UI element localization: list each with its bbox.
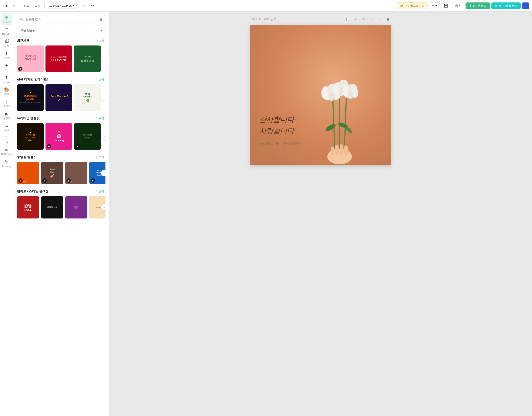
section-pop-art-header: 팝아트 / 스타일 콜섹션 더보기 › [17,189,105,194]
qr-label: QR/바코드 [1,152,12,156]
template-filter-dropdown[interactable]: 모든 템플릿 ▾ [17,26,105,34]
background-label: 배경 [4,129,9,132]
photos-label: 사진 [4,45,9,48]
premium-next-button[interactable]: › [101,133,105,140]
page-delete-button[interactable]: 🗑 [385,16,391,22]
video-more-icon: › [104,156,105,159]
template-card-vt3[interactable]: Playlist ▶ [65,162,87,184]
template-card-rc1[interactable]: 감사합니다사랑합니다 🌸 4 [17,46,44,72]
canvas-sub-text: 늘 받아만한 사랑, 처음 여 달할게요. [259,142,351,145]
section-recent: 최근사용 더보기 › 감사합니다사랑합니다 🌸 4 부모님과 함께하는1+1 E… [17,39,105,72]
template-filter-arrow-icon: ▾ [100,28,102,32]
text-label: 텍스트 [3,81,10,84]
sidebar-item-upload[interactable]: ⬆ 업로드 [1,49,12,61]
qr-icon: ⊞ [5,148,8,152]
template-card-pm2[interactable]: ⭐ 🌸 나의 마이날 ▶ [46,123,72,150]
page-note-button[interactable]: 📋 [344,16,351,22]
template-badge-rc1: 4 [18,67,22,71]
template-card-pm3[interactable]: GREEN ⊗ ECO ▶ [74,123,101,150]
sidebar-item-photos[interactable]: 🖼 사진 [1,38,12,49]
workspace-icon: ◻ [5,27,9,32]
search-bar: 🔍 ⊟ [17,15,105,23]
new-design-next-button[interactable]: › [101,95,105,101]
template-card-pm1[interactable]: ⭐ CITRUS SMOOTHIE 25% [17,123,44,150]
canvas-image: 감사합니다사랑합니다 늘 받아만한 사랑, 처음 여 달할게요. [250,25,391,165]
filter-button[interactable]: ⊟ [100,17,103,21]
share-button[interactable]: 공유 [452,2,464,9]
sidebar-item-templates[interactable]: ⊞ 템플릿 [1,13,12,25]
toolbar-actions: 👑 Pro 업그레이드 ✏ ▾ 💾 공유 ⬇ ↓ 다운로드 🖨 🖨 인쇄물 제작… [397,2,529,9]
toolbar: ◀ ⌂ 파일 설정 1024px × 1024px ▾ ↩ ↪ 👑 Pro 업그… [0,0,532,12]
template-card-rc2[interactable]: 부모님과 함께하는1+1 EVENT [46,46,72,72]
page-move-down-button[interactable]: ↓ [377,16,383,22]
edit-mode-button[interactable]: ✏ ▾ [429,2,440,9]
section-pop-art-title: 팝아트 / 스타일 콜섹션 [17,189,49,194]
sidebar-item-ai-drawing[interactable]: ✎ AI 드로잉 [1,158,12,170]
template-card-pa3[interactable]: 💜 [65,196,87,218]
settings-menu-button[interactable]: 설정 [33,3,42,9]
template-card-rc3[interactable]: 떠나자즐겁게 캠핑 [74,46,101,72]
size-dropdown-icon: ▾ [72,4,74,7]
background-icon: ≡ [5,123,8,128]
page-add-button[interactable]: + [352,16,359,22]
back-button[interactable]: ◀ [3,2,9,9]
section-new-design-more[interactable]: 더보기 › [95,78,105,82]
template-play-badge-pm2: ▶ [47,144,51,149]
size-selector[interactable]: 1024px × 1024px ▾ [47,3,76,9]
home-button[interactable]: ⌂ [11,2,17,9]
file-menu-button[interactable]: 파일 [22,3,31,9]
section-pop-art: 팝아트 / 스타일 콜섹션 더보기 › ROSEROSEROSE 영형한 사람 [17,189,105,218]
undo-button[interactable]: ↩ [81,2,88,9]
sidebar-item-theme[interactable]: 🎨 테마 [1,85,12,97]
new-design-more-icon: › [104,78,105,81]
section-video-templates: 동영상 템플릿 더보기 › QY QNA ▶ Cause Cover [17,155,105,184]
left-panel: 🔍 ⊟ 모든 템플릿 ▾ 최근사용 더보기 › 감사합니다사랑합니다 [13,12,109,416]
template-card-pa1[interactable]: ROSEROSEROSE [17,196,39,218]
template-card-vt1[interactable]: QY QNA ▶ [17,162,39,184]
svg-rect-24 [331,146,334,155]
search-input[interactable] [25,18,98,21]
page-move-up-button[interactable]: ↑ [369,16,375,22]
video-next-button[interactable]: › [101,170,105,176]
sidebar-item-qr[interactable]: ⊞ QR/바코드 [1,146,12,157]
template-play-badge-vt3: ▶ [66,178,71,183]
redo-button[interactable]: ↪ [89,2,96,9]
section-premium-more[interactable]: 더보기 › [95,116,105,120]
sidebar-item-audio[interactable]: ♪ 오디오 [1,98,12,109]
pro-upgrade-label: Pro 업그레이드 [405,4,425,8]
sidebar-item-background[interactable]: ≡ 배경 [1,122,12,133]
crown-icon: 👑 [400,4,404,7]
pop-art-next-button[interactable]: › [101,204,105,210]
video-label: 동영상 [3,117,10,120]
template-card-nd2[interactable]: Jazz Concert 🎺 [46,84,72,111]
sidebar-item-text[interactable]: T 텍스트 [1,74,12,85]
download-button[interactable]: ⬇ ↓ 다운로드 [466,2,490,9]
recent-next-button[interactable]: › [101,56,105,62]
svg-point-11 [328,92,335,101]
print-button[interactable]: 🖨 🖨 인쇄물 제작 [491,2,521,9]
template-card-vt2[interactable]: Cause Cover 🎸 ▶ [41,162,63,184]
section-video-title: 동영상 템플릿 [17,155,37,159]
template-card-nd1[interactable]: ⭐ OLD MUSICSOUND 2024 미러이유스 올드뮤직사운드 [17,84,44,111]
theme-icon: 🎨 [4,87,9,92]
new-design-template-grid: ⭐ OLD MUSICSOUND 2024 미러이유스 올드뮤직사운드 Jazz… [17,84,105,111]
sidebar-item-favorites[interactable]: ♡ 찜 [1,134,12,145]
section-recent-more[interactable]: 더보기 › [95,39,105,43]
sidebar-item-elements[interactable]: ✦ 요소 [1,62,12,73]
page-duplicate-button[interactable]: ⧉ [361,16,367,22]
canvas-frame[interactable]: 감사합니다사랑합니다 늘 받아만한 사랑, 처음 여 달할게요. [250,25,391,165]
more-options-button[interactable]: ··· [522,2,529,9]
pro-upgrade-button[interactable]: 👑 Pro 업그레이드 [397,2,428,9]
section-video-more[interactable]: 더보기 › [95,155,105,159]
svg-rect-26 [340,144,343,155]
section-premium-header: 프리미엄 템플릿 더보기 › [17,116,105,120]
section-pop-art-more[interactable]: 더보기 › [95,189,105,194]
template-card-nd3[interactable]: MIRIFLOWER 🌿 [74,84,101,111]
template-filter-label: 모든 템플릿 [20,28,36,32]
sidebar-item-workspace[interactable]: ◻ 작업 공간 [1,25,12,37]
favorites-label: 찜 [6,141,8,144]
save-button[interactable]: 💾 [441,2,450,9]
template-card-pa2[interactable]: 영형한 사람 [41,196,63,218]
more-arrow-icon: › [104,39,105,43]
sidebar-item-video[interactable]: ▶ 동영상 [1,110,12,121]
